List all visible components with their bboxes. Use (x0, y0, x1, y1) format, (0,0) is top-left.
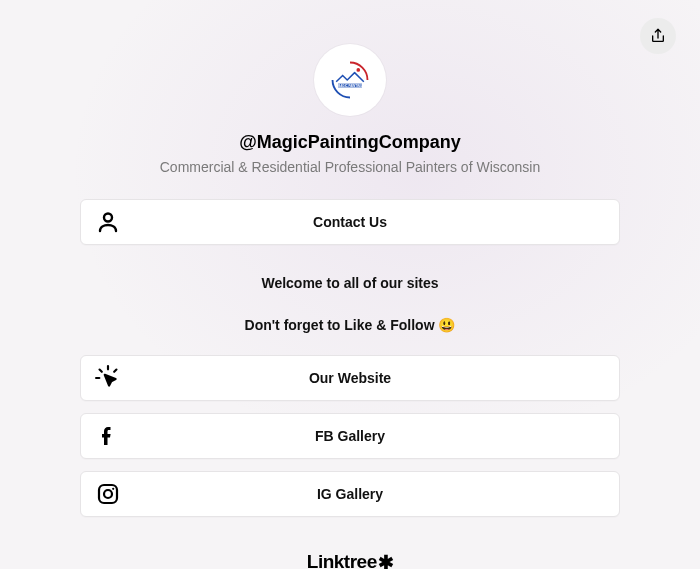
link-our-website[interactable]: Our Website (80, 355, 620, 401)
welcome-heading: Welcome to all of our sites (261, 275, 438, 291)
svg-text:MAGIC PAINTING: MAGIC PAINTING (338, 84, 363, 88)
svg-point-3 (104, 214, 112, 222)
link-label: Our Website (81, 370, 619, 386)
instagram-icon (95, 481, 121, 507)
share-icon (650, 28, 666, 44)
link-label: IG Gallery (81, 486, 619, 502)
avatar-logo-icon: MAGIC PAINTING (327, 57, 373, 103)
link-fb-gallery[interactable]: FB Gallery (80, 413, 620, 459)
facebook-icon (95, 423, 121, 449)
footer-brand-text: Linktree (307, 551, 377, 569)
linktree-asterisk-icon: ✱ (378, 553, 394, 570)
svg-point-0 (356, 68, 360, 72)
person-icon (95, 209, 121, 235)
avatar: MAGIC PAINTING (314, 44, 386, 116)
profile-tagline: Commercial & Residential Professional Pa… (160, 159, 540, 175)
svg-point-5 (104, 490, 112, 498)
link-contact-us[interactable]: Contact Us (80, 199, 620, 245)
svg-rect-4 (99, 485, 117, 503)
cursor-click-icon (95, 365, 121, 391)
cta-heading: Don't forget to Like & Follow 😃 (245, 317, 456, 333)
link-ig-gallery[interactable]: IG Gallery (80, 471, 620, 517)
link-label: Contact Us (81, 214, 619, 230)
svg-point-6 (112, 488, 114, 490)
link-label: FB Gallery (81, 428, 619, 444)
linktree-logo[interactable]: Linktree✱ (307, 551, 393, 569)
profile-handle: @MagicPaintingCompany (239, 132, 461, 153)
share-button[interactable] (640, 18, 676, 54)
